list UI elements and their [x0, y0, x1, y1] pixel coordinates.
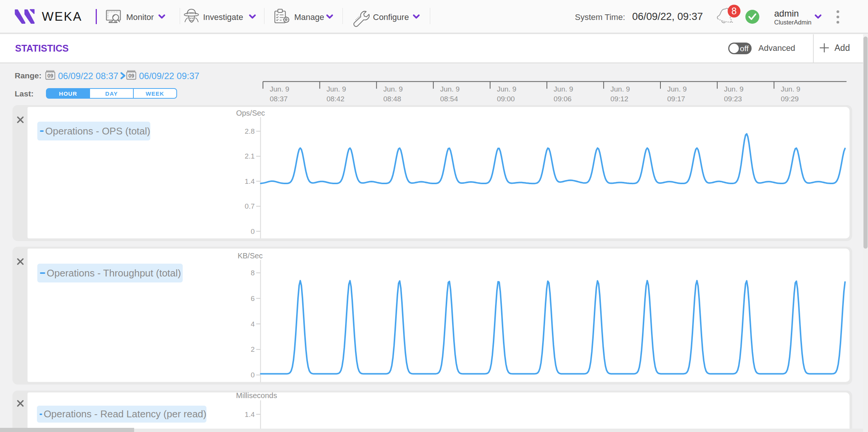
- svg-text:Jun. 9: Jun. 9: [497, 85, 517, 93]
- svg-text:08:48: 08:48: [383, 95, 401, 103]
- svg-text:09:29: 09:29: [781, 95, 799, 103]
- svg-text:09:00: 09:00: [497, 95, 515, 103]
- svg-text:Jun. 9: Jun. 9: [327, 85, 346, 93]
- svg-text:08:54: 08:54: [440, 95, 458, 103]
- svg-text:09: 09: [47, 73, 53, 79]
- svg-text:Jun. 9: Jun. 9: [781, 85, 801, 93]
- svg-text:09:17: 09:17: [667, 95, 685, 103]
- svg-text:09:12: 09:12: [610, 95, 628, 103]
- svg-text:Jun. 9: Jun. 9: [440, 85, 460, 93]
- svg-text:09:23: 09:23: [724, 95, 742, 103]
- svg-text:09:06: 09:06: [554, 95, 572, 103]
- svg-text:08:37: 08:37: [270, 95, 288, 103]
- svg-text:Jun. 9: Jun. 9: [383, 85, 403, 93]
- svg-text:Jun. 9: Jun. 9: [610, 85, 630, 93]
- svg-text:Jun. 9: Jun. 9: [724, 85, 744, 93]
- svg-text:09: 09: [128, 73, 134, 79]
- svg-text:08:42: 08:42: [327, 95, 345, 103]
- svg-text:Jun. 9: Jun. 9: [554, 85, 573, 93]
- svg-text:Jun. 9: Jun. 9: [270, 85, 289, 93]
- svg-text:Jun. 9: Jun. 9: [667, 85, 687, 93]
